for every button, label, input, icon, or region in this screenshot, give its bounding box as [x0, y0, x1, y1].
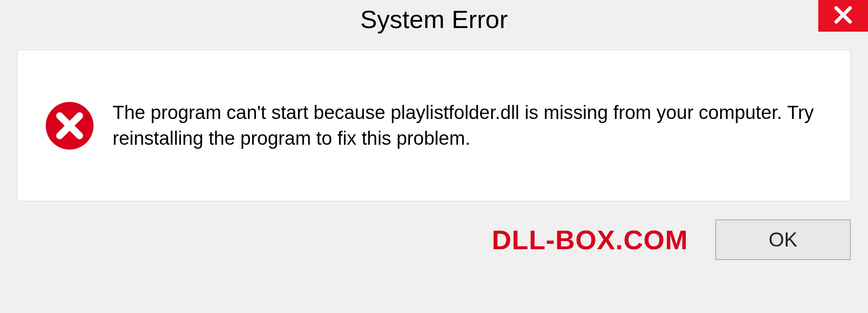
close-icon: [833, 5, 854, 27]
ok-button-label: OK: [769, 228, 797, 251]
footer: DLL-BOX.COM OK: [0, 201, 868, 260]
error-message: The program can't start because playlist…: [113, 100, 823, 151]
close-button[interactable]: [818, 0, 868, 32]
dialog-title: System Error: [360, 5, 508, 34]
titlebar: System Error: [0, 0, 868, 45]
brand-watermark: DLL-BOX.COM: [492, 224, 688, 256]
error-icon: [45, 101, 94, 151]
message-panel: The program can't start because playlist…: [17, 50, 851, 201]
ok-button[interactable]: OK: [715, 219, 851, 260]
